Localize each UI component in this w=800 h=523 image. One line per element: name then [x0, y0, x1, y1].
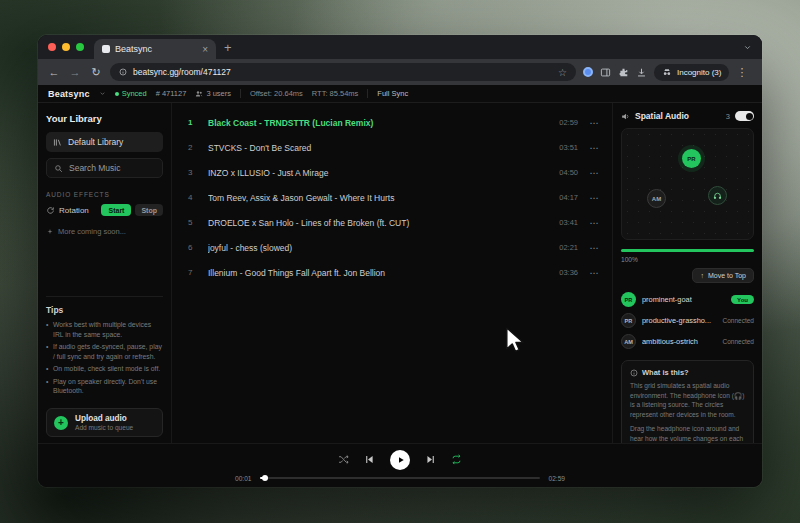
track-title: STVCKS - Don't Be Scared [208, 143, 549, 153]
track-row[interactable]: 5 DROELOE x San Holo - Lines of the Brok… [188, 210, 600, 235]
full-sync-button[interactable]: Full Sync [377, 89, 408, 98]
track-menu-button[interactable]: ⋯ [588, 218, 600, 228]
spatial-audio-title: Spatial Audio [635, 111, 689, 121]
track-title: INZO x ILLUSIO - Just A Mirage [208, 168, 549, 178]
track-number: 2 [188, 143, 198, 152]
rtt-stat: RTT: 85.54ms [312, 89, 359, 98]
next-track-button[interactable] [425, 454, 436, 465]
track-row[interactable]: 7 Illenium - Good Things Fall Apart ft. … [188, 260, 600, 285]
sidebar-item-search-music[interactable]: Search Music [46, 158, 163, 178]
track-number: 4 [188, 193, 198, 202]
offset-stat: Offset: 20.64ms [250, 89, 303, 98]
incognito-badge: Incognito (3) [654, 64, 729, 81]
play-icon [397, 456, 405, 464]
forward-button[interactable]: → [68, 67, 82, 78]
tip-item: On mobile, check silent mode is off. [46, 364, 163, 374]
extensions-puzzle-icon[interactable] [618, 67, 629, 78]
new-tab-button[interactable]: + [224, 41, 232, 54]
rotation-start-button[interactable]: Start [101, 204, 131, 216]
track-duration: 03:41 [559, 218, 578, 227]
user-name: prominent-goat [642, 295, 725, 304]
track-row[interactable]: 1 Black Coast - TRNDSTTR (Lucian Remix) … [188, 110, 600, 135]
repeat-button[interactable] [451, 454, 462, 465]
track-menu-button[interactable]: ⋯ [588, 143, 600, 153]
device-circle-pr[interactable]: PR [682, 149, 701, 168]
skip-back-icon [364, 454, 375, 465]
track-duration: 04:17 [559, 193, 578, 202]
upload-subtitle: Add music to queue [75, 424, 133, 431]
play-button[interactable] [390, 450, 410, 470]
track-number: 1 [188, 118, 198, 127]
shuffle-button[interactable] [338, 454, 349, 465]
track-title: joyful - chess (slowed) [208, 243, 549, 253]
connection-status: Connected [723, 317, 754, 324]
skip-forward-icon [425, 454, 436, 465]
track-row[interactable]: 2 STVCKS - Don't Be Scared 03:51 ⋯ [188, 135, 600, 160]
side-panel-icon[interactable] [600, 67, 611, 78]
track-row[interactable]: 6 joyful - chess (slowed) 02:21 ⋯ [188, 235, 600, 260]
main-content: Your Library Default Library Search Musi… [38, 103, 762, 443]
elapsed-time: 00:01 [235, 475, 252, 482]
reload-button[interactable]: ↻ [89, 67, 103, 78]
repeat-icon [451, 454, 462, 465]
tab-strip: Beatsync × + [38, 35, 762, 59]
track-menu-button[interactable]: ⋯ [588, 243, 600, 253]
user-name: productive-grassho... [642, 316, 717, 325]
device-circle-am[interactable]: AM [647, 189, 666, 208]
zoom-window-button[interactable] [76, 43, 84, 51]
track-title: DROELOE x San Holo - Lines of the Broken… [208, 218, 549, 228]
user-row: PR productive-grassho... Connected [621, 310, 754, 331]
sidebar-item-default-library[interactable]: Default Library [46, 132, 163, 152]
track-menu-button[interactable]: ⋯ [588, 193, 600, 203]
upload-audio-button[interactable]: + Upload audio Add music to queue [46, 408, 163, 437]
rotate-icon [46, 206, 55, 215]
chevron-down-icon[interactable] [99, 90, 106, 97]
browser-tab[interactable]: Beatsync × [94, 39, 216, 59]
track-queue: 1 Black Coast - TRNDSTTR (Lucian Remix) … [172, 103, 612, 443]
track-duration: 03:36 [559, 268, 578, 277]
listener-headphone-handle[interactable] [708, 186, 727, 205]
volume-slider[interactable] [621, 249, 754, 252]
more-soon-label: More coming soon... [58, 227, 126, 236]
bookmark-star-icon[interactable]: ☆ [558, 67, 567, 78]
room-id-badge[interactable]: # 471127 [156, 89, 187, 98]
tips-title: Tips [46, 305, 163, 315]
plus-icon: + [54, 416, 68, 430]
back-button[interactable]: ← [47, 67, 61, 78]
track-menu-button[interactable]: ⋯ [588, 268, 600, 278]
close-window-button[interactable] [48, 43, 56, 51]
site-info-icon[interactable] [119, 68, 127, 76]
rotation-label: Rotation [59, 206, 89, 215]
app-logo: Beatsync [48, 89, 90, 99]
track-menu-button[interactable]: ⋯ [588, 168, 600, 178]
move-to-top-button[interactable]: ↑ Move to Top [692, 268, 754, 283]
track-menu-button[interactable]: ⋯ [588, 118, 600, 128]
spatial-grid[interactable]: PR AM [621, 128, 754, 240]
address-bar[interactable]: beatsync.gg/room/471127 ☆ [110, 63, 576, 81]
rotation-stop-button[interactable]: Stop [135, 204, 163, 216]
track-row[interactable]: 4 Tom Reev, Assix & Jason Gewalt - Where… [188, 185, 600, 210]
app-header: Beatsync Synced # 471127 3 users Offset:… [38, 85, 762, 103]
seek-bar[interactable] [260, 477, 541, 480]
sparkle-icon [46, 228, 54, 236]
browser-menu-button[interactable]: ⋮ [736, 66, 747, 79]
track-number: 3 [188, 168, 198, 177]
extension-icon[interactable] [583, 67, 593, 77]
tips-list: Works best with multiple devices IRL in … [46, 320, 163, 399]
window-controls [48, 43, 84, 51]
seek-knob[interactable] [262, 475, 268, 481]
users-count-label: 3 users [206, 89, 231, 98]
track-title: Tom Reev, Assix & Jason Gewalt - Where I… [208, 193, 549, 203]
minimize-window-button[interactable] [62, 43, 70, 51]
downloads-icon[interactable] [636, 67, 647, 78]
default-library-label: Default Library [68, 137, 123, 147]
tab-search-chevron-icon[interactable] [743, 43, 752, 52]
more-coming-soon: More coming soon... [46, 227, 163, 236]
player-bar: 00:01 02:59 [38, 443, 762, 487]
track-row[interactable]: 3 INZO x ILLUSIO - Just A Mirage 04:50 ⋯ [188, 160, 600, 185]
info-card-title: What is this? [630, 368, 745, 377]
previous-track-button[interactable] [364, 454, 375, 465]
close-tab-icon[interactable]: × [202, 44, 208, 55]
spatial-audio-toggle[interactable] [735, 111, 754, 121]
track-duration: 02:21 [559, 243, 578, 252]
